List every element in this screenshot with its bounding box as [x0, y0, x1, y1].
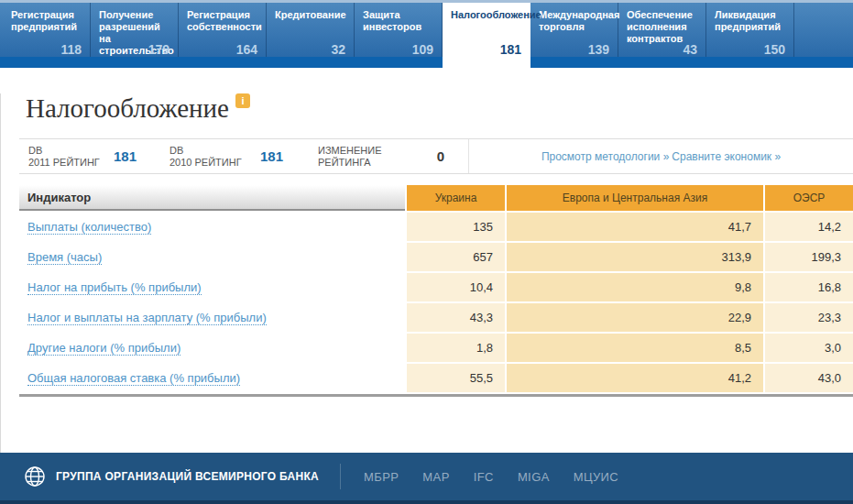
compare-economies-link[interactable]: Сравните экономик »: [672, 150, 781, 163]
footer: ГРУППА ОРГАНИЗАЦИЙ ВСЕМИРНОГО БАНКА МБРР…: [0, 453, 853, 504]
cell-eca: 313,9: [507, 243, 763, 271]
tab-contract-enforcement[interactable]: Обеспечение исполнения контрактов 43: [618, 3, 706, 57]
tab-label: Регистрация собственности: [179, 3, 266, 33]
indicator-link-payments[interactable]: Выплаты (количество): [27, 220, 151, 235]
tab-construction-permits[interactable]: Получение разрешений на строительство 17…: [91, 3, 179, 57]
tab-registration[interactable]: Регистрация предприятий 118: [3, 3, 91, 57]
table-row: Время (часы) 657 313,9 199,3: [19, 243, 853, 271]
indicator-link-total-tax-rate[interactable]: Общая налоговая ставка (% прибыли): [27, 371, 240, 386]
table-row: Налог на прибыть (% прибыли) 10,4 9,8 16…: [19, 273, 853, 301]
cell-oecd: 14,2: [765, 213, 853, 241]
cell-eca: 22,9: [507, 303, 763, 332]
cell-eca: 8,5: [507, 334, 763, 362]
column-header-ukraine: Украина: [407, 185, 505, 211]
db2011-rank-value: 181: [114, 148, 137, 164]
cell-oecd: 16,8: [765, 273, 853, 301]
footer-link-ibrd[interactable]: МБРР: [364, 470, 399, 484]
tab-label: Ликвидация предприятий: [706, 3, 793, 33]
cell-eca: 9,8: [507, 273, 763, 301]
db2010-rank-label: DB 2010 РЕЙТИНГ: [170, 145, 242, 169]
db2010-rank-value: 181: [260, 148, 283, 164]
db2011-rank-label: DB 2011 РЕЙТИНГ: [28, 145, 100, 169]
cell-ukraine: 657: [407, 243, 505, 271]
tab-label: Защита инвесторов: [355, 3, 442, 33]
tab-rank: 164: [236, 42, 257, 57]
indicator-link-profit-tax[interactable]: Налог на прибыть (% прибыли): [27, 280, 202, 295]
tab-rank: 118: [60, 42, 82, 57]
tab-property-registration[interactable]: Регистрация собственности 164: [179, 3, 267, 57]
cell-oecd: 43,0: [765, 364, 853, 392]
cell-ukraine: 43,3: [407, 303, 505, 332]
world-bank-globe-icon: [24, 466, 46, 488]
page-title: Налогообложениеi: [26, 93, 853, 124]
column-header-oecd: ОЭСР: [765, 185, 853, 211]
table-row: Налог и выплаты на зарплату (% прибыли) …: [19, 303, 853, 332]
info-icon[interactable]: i: [235, 93, 250, 108]
main-content: Налогообложениеi DB 2011 РЕЙТИНГ 181 DB …: [0, 93, 853, 478]
tab-credit[interactable]: Кредитование 32: [267, 3, 355, 57]
indicator-link-other-taxes[interactable]: Другие налоги (% прибыли): [27, 341, 180, 356]
column-header-eca: Европа и Центральная Азия: [507, 185, 763, 211]
topic-tab-bar: Регистрация предприятий 118 Получение ра…: [0, 0, 853, 68]
tab-rank: 109: [412, 42, 433, 57]
tab-rank: 139: [588, 42, 609, 57]
db2011-rank-stat: DB 2011 РЕЙТИНГ 181: [28, 139, 137, 173]
tab-label: Регистрация предприятий: [3, 3, 90, 33]
tab-label: Кредитование: [267, 3, 354, 21]
tab-rank: 32: [331, 42, 345, 57]
tab-label: Обеспечение исполнения контрактов: [618, 3, 705, 45]
footer-link-miga[interactable]: MIGA: [518, 470, 550, 484]
page-title-text: Налогообложение: [26, 93, 229, 123]
rating-links: Просмотр методологии » Сравните экономик…: [469, 150, 853, 163]
footer-links: МБРР МАР IFC MIGA МЦУИС: [364, 470, 618, 484]
cell-ukraine: 55,5: [407, 364, 505, 392]
tab-label: Международная торговля: [530, 3, 618, 33]
tab-label: Налогообложение: [443, 3, 530, 21]
footer-link-ifc[interactable]: IFC: [474, 470, 494, 484]
cell-ukraine: 10,4: [407, 273, 505, 301]
footer-link-ida[interactable]: МАР: [422, 470, 449, 484]
tab-rank: 43: [683, 42, 697, 57]
cell-oecd: 23,3: [765, 303, 853, 332]
table-row: Общая налоговая ставка (% прибыли) 55,5 …: [19, 364, 853, 392]
footer-link-icsid[interactable]: МЦУИС: [574, 470, 618, 484]
rank-change-label: ИЗМЕНЕНИЕ РЕЙТИНГА: [318, 145, 382, 169]
cell-ukraine: 1,8: [407, 334, 505, 362]
tab-investor-protection[interactable]: Защита инвесторов 109: [355, 3, 443, 57]
indicator-link-labor-tax[interactable]: Налог и выплаты на зарплату (% прибыли): [27, 311, 267, 325]
world-bank-group-brand[interactable]: ГРУППА ОРГАНИЗАЦИЙ ВСЕМИРНОГО БАНКА: [56, 470, 319, 483]
column-header-indicator: Индикатор: [19, 185, 405, 211]
cell-ukraine: 135: [407, 213, 505, 241]
table-row: Выплаты (количество) 135 41,7 14,2: [19, 213, 853, 241]
table-header-row: Индикатор Украина Европа и Центральная А…: [19, 185, 853, 211]
rank-change-stat: ИЗМЕНЕНИЕ РЕЙТИНГА 0: [318, 139, 444, 173]
methodology-link[interactable]: Просмотр методологии »: [541, 150, 669, 163]
indicator-table: Индикатор Украина Европа и Центральная А…: [19, 185, 853, 397]
rank-change-value: 0: [437, 148, 444, 164]
indicator-link-time[interactable]: Время (часы): [27, 250, 102, 265]
rating-summary-bar: DB 2011 РЕЙТИНГ 181 DB 2010 РЕЙТИНГ 181 …: [19, 138, 853, 174]
db2010-rank-stat: DB 2010 РЕЙТИНГ 181: [170, 139, 283, 173]
tab-rank: 181: [500, 42, 521, 57]
tab-international-trade[interactable]: Международная торговля 139: [530, 3, 618, 57]
tab-taxation-active[interactable]: Налогообложение 181: [443, 3, 530, 68]
tab-closing-business[interactable]: Ликвидация предприятий 150: [706, 3, 794, 57]
cell-oecd: 199,3: [765, 243, 853, 271]
tab-rank: 179: [148, 42, 170, 57]
cell-eca: 41,7: [507, 213, 763, 241]
table-row: Другие налоги (% прибыли) 1,8 8,5 3,0: [19, 334, 853, 362]
footer-divider: [340, 464, 341, 489]
cell-oecd: 3,0: [765, 334, 853, 362]
cell-eca: 41,2: [507, 364, 763, 392]
tab-rank: 150: [764, 42, 785, 57]
